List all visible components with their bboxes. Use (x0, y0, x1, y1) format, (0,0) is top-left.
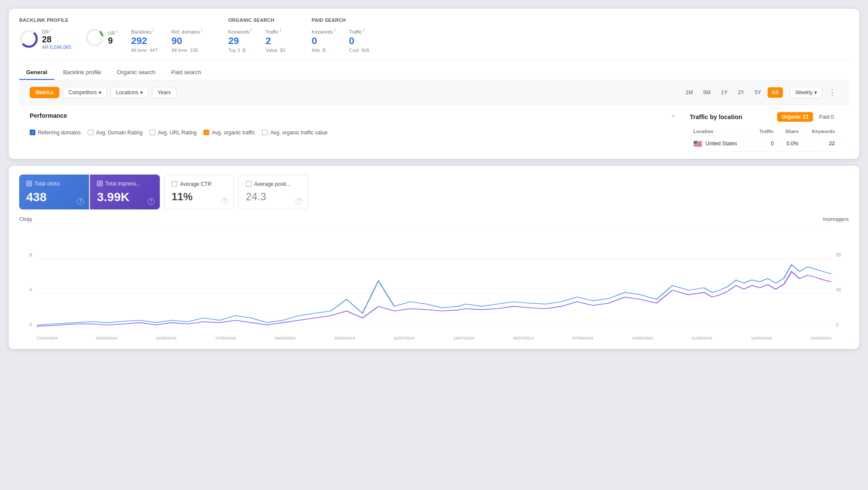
filter-avg-organic-traffic-checkbox[interactable]: ✓ (203, 130, 209, 135)
location-table: Location Traffic Share Keywords 🇺🇸 Unite… (690, 127, 838, 152)
x-label-4: 08/06/2024 (275, 336, 296, 340)
time-1y-button[interactable]: 1Y (716, 87, 732, 98)
keywords-link[interactable]: 22 (829, 140, 835, 147)
traffic-cell: 0 (751, 136, 777, 151)
organic-traffic-sub: Value $0 (265, 48, 286, 53)
years-button[interactable]: Years (152, 87, 176, 98)
paid-traffic-value: 0 (349, 35, 369, 47)
performance-filters: ✓ Referring domains Avg. Domain Rating A… (30, 130, 676, 136)
backlinks-metric: Backlinks i 292 All time 447 (131, 28, 158, 53)
chart-right-labels: 120 80 40 0 (834, 218, 849, 327)
left-label-4: 4 (29, 288, 32, 292)
total-clicks-card[interactable]: ✓ Total clicks 438 ? (19, 175, 89, 209)
paid-search-section: Paid search Keywords i 0 Ads 0 Traffic i… (312, 17, 369, 53)
time-2y-button[interactable]: 2Y (734, 87, 749, 98)
traffic-col-header: Traffic (751, 127, 777, 136)
location-col-header: Location (690, 127, 751, 136)
paid-button[interactable]: Paid 0 (815, 112, 838, 122)
tab-general[interactable]: General (19, 65, 54, 80)
tab-paid-search[interactable]: Paid search (164, 65, 208, 80)
search-console-card: ✓ Total clicks 438 ? ✓ Total impress... … (9, 166, 859, 349)
backlink-profile-card: Backlink profile DR i 28 AR 5,596,065 (9, 9, 859, 159)
organic-keywords-label: Keywords i (228, 28, 251, 34)
organic-button[interactable]: Organic 21 (777, 112, 813, 122)
x-label-13: 24/09/2024 (810, 336, 831, 340)
backlink-profile-title: Backlink profile (19, 17, 202, 23)
paid-keywords-sub: Ads 0 (312, 48, 335, 53)
time-1m-button[interactable]: 1M (681, 87, 697, 98)
average-position-help-icon[interactable]: ? (296, 198, 303, 205)
paid-keywords-metric: Keywords i 0 Ads 0 (312, 28, 335, 53)
backlinks-value: 292 (131, 35, 158, 47)
panel-header: Traffic by location Organic 21 Paid 0 (690, 112, 838, 122)
time-6m-button[interactable]: 6M (699, 87, 715, 98)
main-tabs: General Backlink profile Organic search … (19, 60, 849, 80)
time-all-button[interactable]: All (768, 87, 783, 98)
paid-keywords-link[interactable]: 0 (323, 48, 325, 53)
organic-keywords-sub: Top 3 0 (228, 48, 251, 53)
average-ctr-checkbox[interactable] (172, 181, 177, 187)
total-impressions-checkbox[interactable]: ✓ (97, 181, 103, 186)
us-flag: 🇺🇸 (693, 140, 702, 148)
total-clicks-label: ✓ Total clicks (26, 181, 82, 187)
filter-avg-domain-rating-checkbox[interactable] (88, 130, 93, 135)
dr-section: DR i 28 AR 5,596,065 (19, 28, 71, 50)
weekly-button[interactable]: Weekly ▾ (790, 87, 823, 98)
total-clicks-help-icon[interactable]: ? (77, 198, 84, 205)
total-impressions-help-icon[interactable]: ? (148, 198, 155, 205)
total-impressions-label: ✓ Total impress... (97, 181, 153, 187)
filter-avg-organic-traffic-value-checkbox[interactable] (262, 130, 268, 135)
share-col-header: Share (777, 127, 802, 136)
more-options-button[interactable]: ⋮ (826, 86, 838, 99)
paid-search-title: Paid search (312, 17, 369, 23)
filter-referring-domains[interactable]: ✓ Referring domains (30, 130, 81, 136)
paid-metrics-row: Keywords i 0 Ads 0 Traffic i 0 Cost N/A (312, 28, 369, 53)
average-position-card[interactable]: Average posit... 24.3 ? (238, 175, 308, 209)
tab-backlink-profile[interactable]: Backlink profile (56, 65, 108, 80)
ur-info: UR i 9 (108, 29, 117, 46)
x-label-8: 26/07/2024 (513, 336, 534, 340)
organic-paid-buttons: Organic 21 Paid 0 (777, 112, 838, 122)
tab-organic-search[interactable]: Organic search (110, 65, 162, 80)
left-label-0: 0 (29, 322, 32, 327)
filter-referring-domains-checkbox[interactable]: ✓ (30, 130, 35, 135)
organic-search-title: Organic search (228, 17, 286, 23)
traffic-by-location-panel: Traffic by location Organic 21 Paid 0 Lo… (690, 112, 838, 152)
total-clicks-checkbox[interactable]: ✓ (26, 181, 32, 186)
x-label-0: 21/04/2024 (37, 336, 58, 340)
chart-area: Clicks Impressions 12 8 4 0 120 80 40 0 (19, 218, 849, 340)
backlinks-sub: All time 447 (131, 48, 158, 53)
table-row: 🇺🇸 United States 0 0.0% 22 (690, 136, 838, 151)
metrics-button[interactable]: Metrics (30, 87, 59, 98)
filter-avg-organic-traffic-value[interactable]: Avg. organic traffic value (262, 130, 327, 136)
locations-button[interactable]: Locations ▾ (110, 87, 148, 98)
filter-avg-url-rating-checkbox[interactable] (150, 130, 155, 135)
paid-traffic-label: Traffic i (349, 28, 369, 34)
dr-donut (19, 29, 38, 48)
filter-avg-domain-rating[interactable]: Avg. Domain Rating (88, 130, 143, 136)
filter-avg-organic-traffic[interactable]: ✓ Avg. organic traffic (203, 130, 255, 136)
left-label-8: 8 (29, 253, 32, 257)
time-5y-button[interactable]: 5Y (751, 87, 766, 98)
average-ctr-card[interactable]: Average CTR 11% ? (164, 175, 234, 209)
backlink-profile-section: Backlink profile DR i 28 AR 5,596,065 (19, 17, 202, 53)
average-ctr-help-icon[interactable]: ? (221, 198, 228, 205)
average-position-checkbox[interactable] (246, 181, 251, 187)
x-label-9: 07/08/2024 (572, 336, 593, 340)
paid-keywords-label: Keywords i (312, 28, 335, 34)
filter-avg-url-rating[interactable]: Avg. URL Rating (150, 130, 197, 136)
average-position-label: Average posit... (246, 181, 301, 187)
average-ctr-value: 11% (172, 191, 227, 203)
competitors-button[interactable]: Competitors ▾ (63, 87, 107, 98)
x-label-11: 31/08/2024 (692, 336, 713, 340)
locations-chevron-icon: ▾ (140, 89, 143, 96)
collapse-icon[interactable]: ⌃ (670, 114, 676, 122)
average-ctr-label: Average CTR (172, 181, 227, 187)
organic-keywords-link[interactable]: 0 (243, 48, 245, 53)
organic-keywords-metric: Keywords i 29 Top 3 0 (228, 28, 251, 53)
total-impressions-card[interactable]: ✓ Total impress... 3.99K ? (90, 175, 160, 209)
organic-metrics-row: Keywords i 29 Top 3 0 Traffic i 2 Value … (228, 28, 286, 53)
chart-x-labels: 21/04/2024 03/05/2024 15/05/2024 27/05/2… (37, 336, 831, 340)
country-cell: 🇺🇸 United States (690, 136, 751, 151)
keywords-cell: 22 (802, 136, 838, 151)
